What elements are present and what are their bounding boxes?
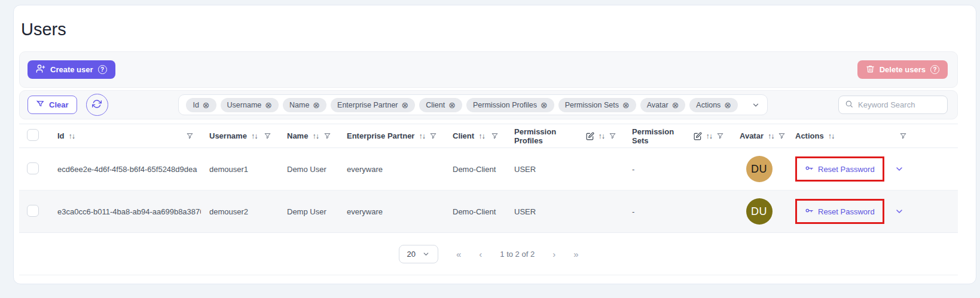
chip-label: Username — [227, 101, 262, 109]
reset-password-label: Reset Password — [818, 207, 875, 216]
remove-icon[interactable]: ⊗ — [724, 101, 731, 109]
remove-icon[interactable]: ⊗ — [541, 101, 548, 109]
sort-icon[interactable]: ↑↓ — [312, 132, 319, 140]
sort-icon[interactable]: ↑↓ — [706, 132, 713, 140]
cell-client: Demo-Client — [444, 207, 506, 216]
filter-icon[interactable] — [716, 132, 724, 140]
chip-label: Name — [289, 101, 309, 109]
cell-permission-sets: - — [624, 165, 731, 174]
table-row: e3ca0cc6-b011-4ba8-ab94-aa699b8a3870 dem… — [19, 191, 958, 233]
filter-off-icon — [36, 100, 45, 110]
col-header-id: Id ↑↓ — [49, 131, 201, 140]
search-icon — [845, 100, 853, 110]
key-icon — [805, 164, 814, 174]
reset-password-button[interactable]: Reset Password — [801, 164, 878, 174]
chip-permission-sets[interactable]: Permission Sets⊗ — [558, 98, 636, 112]
cell-permission-sets: - — [624, 207, 731, 216]
create-user-button[interactable]: Create user ? — [28, 60, 115, 79]
filter-icon[interactable] — [429, 132, 437, 140]
sort-icon[interactable]: ↑↓ — [69, 132, 75, 140]
users-card: Users Create user ? Delete users ? Clear — [13, 5, 976, 284]
sort-icon[interactable]: ↑↓ — [478, 132, 485, 140]
row-checkbox[interactable] — [27, 162, 39, 174]
filter-icon[interactable] — [609, 132, 616, 140]
sort-icon[interactable]: ↑↓ — [251, 132, 258, 140]
column-label: Username — [209, 131, 247, 140]
help-icon: ? — [930, 65, 939, 74]
remove-icon[interactable]: ⊗ — [672, 101, 679, 109]
create-user-label: Create user — [50, 65, 93, 74]
row-expand-chevron-icon[interactable] — [894, 164, 904, 174]
chip-permission-profiles[interactable]: Permission Profiles⊗ — [466, 98, 554, 112]
chip-enterprise-partner[interactable]: Enterprise Partner⊗ — [331, 98, 415, 112]
sort-icon[interactable]: ↑↓ — [828, 132, 835, 140]
column-label: Name — [287, 131, 308, 140]
user-plus-icon — [36, 64, 45, 75]
column-label: Id — [57, 131, 65, 140]
toolbar: Create user ? Delete users ? — [19, 51, 958, 88]
chip-label: Actions — [696, 101, 721, 109]
delete-users-label: Delete users — [880, 65, 926, 74]
refresh-button[interactable] — [86, 94, 108, 116]
cell-enterprise-partner: everyware — [338, 165, 444, 174]
chip-label: Client — [426, 101, 445, 109]
remove-icon[interactable]: ⊗ — [402, 101, 409, 109]
chevron-down-icon — [422, 250, 430, 258]
remove-icon[interactable]: ⊗ — [622, 101, 630, 109]
filter-icon[interactable] — [899, 132, 907, 140]
col-header-client: Client ↑↓ — [444, 131, 506, 140]
sort-icon[interactable]: ↑↓ — [768, 132, 774, 140]
cell-permission-profiles: USER — [506, 207, 624, 216]
prev-page-button[interactable]: ‹ — [479, 249, 482, 259]
table-row: ecd6ee2e-4d6f-4f58-b6f4-65f5248d9dea dem… — [19, 148, 958, 191]
chip-username[interactable]: Username⊗ — [221, 98, 279, 112]
clear-filters-button[interactable]: Clear — [28, 96, 77, 114]
column-label: Client — [453, 131, 474, 140]
cell-name: Demp User — [279, 207, 338, 216]
sort-icon[interactable]: ↑↓ — [419, 132, 425, 140]
filter-icon[interactable] — [323, 132, 331, 140]
cell-username: demouser1 — [201, 165, 279, 174]
column-label: Avatar — [740, 131, 764, 140]
next-page-button[interactable]: › — [552, 249, 555, 259]
trash-icon — [866, 64, 875, 75]
pagination: 20 « ‹ 1 to 2 of 2 › » — [19, 233, 958, 275]
delete-users-button[interactable]: Delete users ? — [857, 60, 948, 79]
cell-actions: Reset Password — [787, 156, 958, 182]
cell-avatar: DU — [731, 198, 787, 225]
row-checkbox[interactable] — [27, 205, 39, 217]
column-label: Permission Sets — [632, 127, 689, 145]
remove-icon[interactable]: ⊗ — [265, 101, 272, 109]
reset-password-label: Reset Password — [818, 165, 875, 174]
cell-username: demouser2 — [201, 207, 279, 216]
filter-icon[interactable] — [491, 132, 499, 140]
filter-icon[interactable] — [186, 132, 194, 140]
row-expand-chevron-icon[interactable] — [894, 207, 904, 216]
chip-label: Avatar — [647, 101, 668, 109]
reset-password-button[interactable]: Reset Password — [801, 206, 878, 217]
sort-icon[interactable]: ↑↓ — [599, 132, 605, 140]
select-all-checkbox[interactable] — [27, 129, 39, 141]
chevron-down-icon[interactable] — [752, 101, 760, 109]
remove-icon[interactable]: ⊗ — [203, 101, 210, 109]
filter-bar: Clear Id⊗ Username⊗ Name⊗ Enterprise Par… — [19, 90, 958, 119]
edit-icon[interactable] — [694, 132, 702, 140]
col-header-actions: Actions ↑↓ — [787, 131, 958, 140]
page-size-select[interactable]: 20 — [399, 245, 438, 263]
col-header-name: Name ↑↓ — [279, 131, 338, 140]
cell-client: Demo-Client — [444, 165, 506, 174]
first-page-button[interactable]: « — [456, 249, 461, 259]
edit-icon[interactable] — [586, 132, 594, 140]
chip-avatar[interactable]: Avatar⊗ — [640, 98, 686, 112]
col-header-enterprise-partner: Enterprise Partner ↑↓ — [338, 131, 444, 140]
filter-icon[interactable] — [778, 132, 786, 140]
chip-actions[interactable]: Actions⊗ — [689, 98, 738, 112]
chip-id[interactable]: Id⊗ — [186, 98, 216, 112]
filter-icon[interactable] — [264, 132, 271, 140]
chip-client[interactable]: Client⊗ — [419, 98, 462, 112]
remove-icon[interactable]: ⊗ — [313, 101, 320, 109]
last-page-button[interactable]: » — [573, 249, 578, 259]
remove-icon[interactable]: ⊗ — [448, 101, 456, 109]
search-input[interactable] — [858, 100, 941, 109]
chip-name[interactable]: Name⊗ — [283, 98, 326, 112]
